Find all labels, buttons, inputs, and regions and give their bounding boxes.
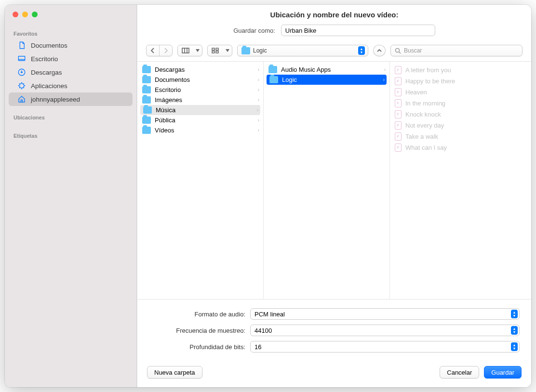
column-browser: Descargas›Documentos›Escritorio›Imágenes…: [137, 61, 531, 300]
zoom-window-button[interactable]: [32, 12, 38, 17]
folder-item[interactable]: Vídeos›: [137, 125, 263, 135]
item-label: Logic: [282, 76, 297, 83]
file-item: Heaven: [390, 87, 516, 98]
sidebar-item-descargas[interactable]: Descargas: [9, 65, 133, 79]
sidebar-label: Aplicaciones: [31, 82, 67, 90]
updown-icon: ▲▼: [358, 46, 365, 55]
sidebar-item-escritorio[interactable]: Escritorio: [9, 52, 133, 65]
folder-item[interactable]: Audio Music Apps›: [264, 65, 389, 75]
music-file-icon: [395, 121, 402, 130]
chevron-down-icon: [196, 49, 200, 52]
folder-item[interactable]: Documentos›: [137, 75, 263, 85]
svg-point-7: [396, 48, 400, 52]
forward-button[interactable]: [160, 45, 172, 56]
audio-format-select[interactable]: PCM lineal ▲▼: [250, 308, 520, 320]
folder-item[interactable]: Música›: [140, 105, 260, 115]
music-file-icon: [395, 88, 402, 96]
collapse-button[interactable]: [373, 45, 386, 56]
close-window-button[interactable]: [13, 12, 18, 17]
sidebar-item-documentos[interactable]: Documentos: [9, 39, 133, 52]
sidebar: Favoritos Documentos Escritorio Descarga…: [5, 5, 137, 387]
bit-depth-label: Profundidad de bits:: [149, 343, 245, 351]
folder-icon: [142, 96, 151, 104]
svg-rect-5: [216, 48, 218, 50]
folder-icon: [142, 86, 151, 93]
sidebar-label: Documentos: [31, 42, 67, 49]
folder-item[interactable]: Logic›: [267, 75, 387, 85]
minimize-window-button[interactable]: [22, 12, 28, 17]
search-field[interactable]: Buscar: [390, 45, 523, 56]
folder-item[interactable]: Pública›: [137, 115, 263, 125]
item-label: Documentos: [155, 76, 190, 83]
svg-rect-2: [182, 48, 189, 53]
search-placeholder: Buscar: [404, 47, 422, 54]
filename-input[interactable]: [281, 25, 435, 36]
sidebar-header-favorites: Favoritos: [5, 27, 136, 39]
sidebar-header-locations: Ubicaciones: [5, 111, 136, 122]
view-columns-control[interactable]: [177, 45, 202, 56]
location-name: Logic: [253, 47, 355, 54]
item-label: Descargas: [155, 66, 185, 73]
group-by-control[interactable]: [207, 45, 232, 56]
svg-rect-6: [216, 51, 218, 53]
sidebar-item-home[interactable]: johnnyappleseed: [9, 92, 133, 106]
sidebar-label: johnnyappleseed: [31, 96, 80, 103]
chevron-right-icon: ›: [258, 128, 259, 133]
svg-rect-4: [212, 51, 214, 53]
file-item: Knock knock: [390, 109, 516, 120]
location-popup[interactable]: Logic ▲▼: [237, 45, 368, 56]
svg-rect-3: [212, 48, 214, 50]
folder-item[interactable]: Descargas›: [137, 65, 263, 75]
file-item: Take a walk: [390, 131, 516, 142]
chevron-right-icon: ›: [258, 87, 259, 92]
item-label: A letter from you: [405, 66, 451, 74]
file-item: Not every day: [390, 120, 516, 131]
music-file-icon: [395, 99, 402, 107]
cancel-button[interactable]: Cancelar: [440, 366, 479, 379]
sidebar-label: Escritorio: [31, 55, 58, 63]
sidebar-item-aplicaciones[interactable]: Aplicaciones: [9, 79, 133, 92]
folder-icon: [142, 117, 151, 124]
folder-item[interactable]: Escritorio›: [137, 85, 263, 95]
folder-item[interactable]: Imágenes›: [137, 95, 263, 105]
svg-rect-0: [18, 56, 25, 61]
file-item: A letter from you: [390, 65, 516, 76]
save-as-row: Guardar como:: [137, 23, 531, 42]
new-folder-button[interactable]: Nueva carpeta: [147, 366, 202, 379]
sample-rate-label: Frecuencia de muestreo:: [149, 327, 245, 334]
item-label: Escritorio: [155, 86, 181, 93]
sidebar-header-tags: Etiquetas: [5, 129, 136, 141]
browser-column-2: Audio Music Apps›Logic›: [264, 62, 390, 299]
document-icon: [17, 41, 26, 50]
folder-icon: [268, 66, 277, 73]
sample-rate-value: 44100: [255, 327, 272, 334]
chevron-right-icon: ›: [258, 97, 259, 103]
browser-toolbar: Logic ▲▼ Buscar: [137, 42, 531, 59]
item-label: Imágenes: [155, 96, 182, 104]
nav-back-forward: [146, 45, 173, 56]
chevron-right-icon: ›: [258, 77, 259, 82]
item-label: Audio Music Apps: [281, 66, 331, 73]
desktop-icon: [17, 54, 26, 63]
chevron-right-icon: ›: [258, 67, 259, 72]
home-icon: [17, 95, 26, 104]
bit-depth-value: 16: [255, 343, 261, 351]
file-item: Happy to be there: [390, 76, 516, 87]
save-as-label: Guardar como:: [233, 27, 275, 34]
chevron-down-icon: [226, 49, 229, 52]
save-dialog-window: Favoritos Documentos Escritorio Descarga…: [5, 5, 531, 387]
audio-format-value: PCM lineal: [255, 311, 285, 318]
item-label: What can I say: [405, 144, 447, 151]
updown-icon: ▲▼: [511, 310, 518, 318]
sample-rate-select[interactable]: 44100 ▲▼: [250, 325, 520, 336]
updown-icon: ▲▼: [511, 326, 518, 335]
bit-depth-select[interactable]: 16 ▲▼: [250, 341, 520, 353]
save-button[interactable]: Guardar: [484, 366, 522, 379]
updown-icon: ▲▼: [511, 342, 518, 351]
chevron-right-icon: ›: [257, 107, 258, 113]
search-icon: [395, 48, 401, 54]
file-item: In the morning: [390, 98, 516, 109]
back-button[interactable]: [147, 45, 159, 56]
item-label: Happy to be there: [405, 78, 455, 85]
sidebar-label: Descargas: [31, 69, 62, 76]
